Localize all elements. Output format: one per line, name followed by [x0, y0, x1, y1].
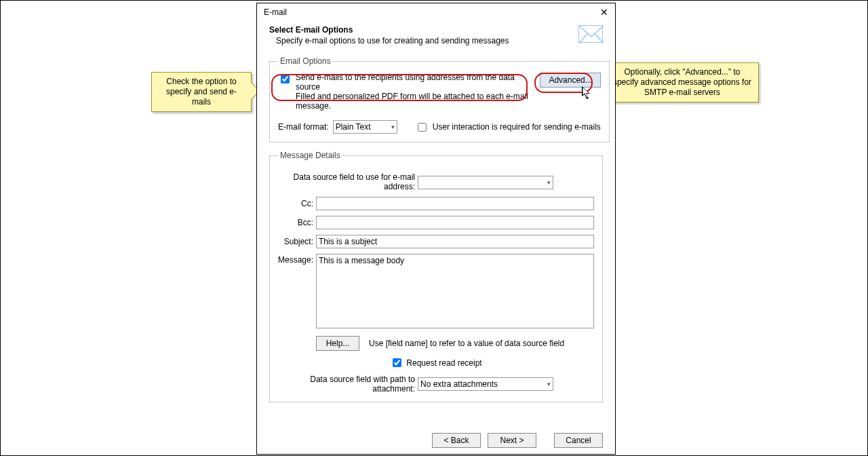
chevron-down-icon: ▾	[547, 179, 551, 186]
email-dialog: E-mail ✕ Select E-mail Options Specify e…	[256, 3, 616, 455]
bcc-input[interactable]	[316, 216, 594, 229]
attach-select[interactable]: No extra attachments ▾	[418, 377, 553, 391]
cc-input[interactable]	[316, 197, 594, 210]
message-textarea[interactable]	[316, 254, 594, 328]
cc-label: Cc:	[278, 199, 316, 208]
titlebar: E-mail ✕	[257, 3, 615, 21]
cursor-icon	[582, 86, 593, 100]
dialog-header: Select E-mail Options Specify e-mail opt…	[257, 21, 615, 50]
email-format-label: E-mail format:	[278, 122, 329, 132]
callout-right: Optionally, click "Advanced..." to speci…	[606, 62, 759, 102]
subject-label: Subject:	[278, 237, 316, 246]
message-details-group: Message Details Data source field to use…	[269, 151, 603, 402]
email-options-group: Email Options Send e-mails to the recipi…	[269, 56, 610, 142]
help-hint: Use [field name] to refer to a value of …	[369, 339, 564, 348]
bcc-label: Bcc:	[278, 218, 316, 227]
read-receipt-label: Request read receipt	[406, 358, 481, 368]
next-button[interactable]: Next >	[488, 433, 536, 448]
user-interaction-label: User interaction is required for sending…	[433, 122, 601, 132]
subject-input[interactable]	[316, 235, 594, 248]
message-details-legend: Message Details	[278, 151, 342, 160]
email-options-legend: Email Options	[278, 56, 333, 66]
cancel-button[interactable]: Cancel	[554, 433, 603, 448]
close-icon[interactable]: ✕	[600, 7, 608, 17]
wizard-buttons: < Back Next > Cancel	[257, 427, 615, 454]
window-title: E-mail	[264, 7, 287, 17]
user-interaction-checkbox[interactable]	[418, 123, 427, 132]
message-label: Message:	[278, 254, 316, 265]
chevron-down-icon: ▾	[547, 381, 551, 387]
callout-right-text: Optionally, click "Advanced..." to speci…	[613, 67, 751, 97]
callout-left-text: Check the option to specify and send e-m…	[166, 77, 237, 107]
send-emails-sublabel: Filled and personalized PDF form will be…	[296, 92, 536, 111]
back-button[interactable]: < Back	[432, 433, 481, 448]
email-format-select[interactable]: Plain Text ▾	[333, 120, 397, 134]
chevron-down-icon: ▾	[391, 124, 395, 130]
callout-left: Check the option to specify and send e-m…	[151, 72, 252, 112]
mail-icon	[578, 25, 603, 43]
addr-field-label: Data source field to use for e-mail addr…	[278, 172, 418, 191]
advanced-button[interactable]: Advanced...	[540, 73, 600, 88]
read-receipt-checkbox[interactable]	[393, 358, 401, 367]
attach-label: Data source field with path to attachmen…	[278, 375, 418, 394]
header-title: Select E-mail Options	[269, 25, 603, 35]
send-emails-checkbox[interactable]	[281, 75, 290, 83]
addr-field-select[interactable]: ▾	[418, 176, 553, 189]
header-subtitle: Specify e-mail options to use for creati…	[269, 36, 603, 45]
help-button[interactable]: Help...	[316, 336, 359, 351]
send-emails-label: Send e-mails to the recipients using add…	[296, 73, 536, 92]
